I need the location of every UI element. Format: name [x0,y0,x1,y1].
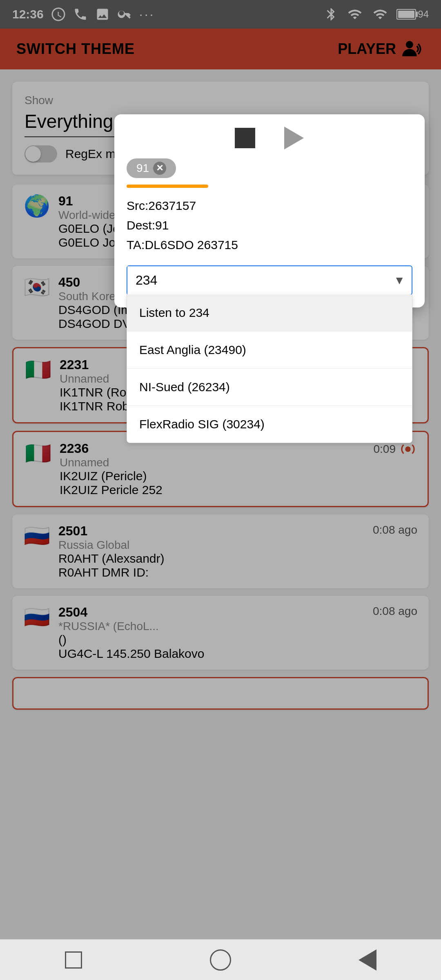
dropdown-item-listen[interactable]: Listen to 234 [127,294,412,332]
home-icon [65,951,82,969]
dropdown-item-ni-sued[interactable]: NI-Sued (26234) [127,369,412,406]
talkgroup-input-row[interactable]: ▼ Listen to 234 East Anglia (23490) NI-S… [127,265,412,295]
dropdown-item-flexradio[interactable]: FlexRadio SIG (30234) [127,406,412,443]
dropdown-list: Listen to 234 East Anglia (23490) NI-Sue… [127,294,412,443]
dest-line: Dest:91 [127,216,412,235]
nav-home-button[interactable] [57,944,90,976]
play-icon [284,127,304,149]
ta-line: TA:DL6SDO 263715 [127,235,412,255]
stop-icon [235,128,255,148]
dropdown-arrow[interactable]: ▼ [387,268,412,293]
nav-back-button[interactable] [351,944,384,976]
modal-info: Src:2637157 Dest:91 TA:DL6SDO 263715 [114,196,425,261]
back-icon [359,949,376,971]
player-modal: 91 ✕ Src:2637157 Dest:91 TA:DL6SDO 26371… [114,114,425,307]
tag-value: 91 [136,162,149,175]
stop-button[interactable] [233,126,257,150]
circle-icon [210,949,231,971]
dropdown-item-east-anglia[interactable]: East Anglia (23490) [127,332,412,369]
modal-progress-bar [127,185,208,188]
play-button[interactable] [282,126,306,150]
modal-controls [114,114,425,158]
talkgroup-input[interactable] [127,266,387,294]
tag-close-button[interactable]: ✕ [153,162,166,175]
talkgroup-tag: 91 ✕ [127,158,176,178]
src-line: Src:2637157 [127,196,412,216]
bottom-nav [0,939,441,980]
nav-circle-button[interactable] [204,944,237,976]
main-content: Show Everything RegEx m 🌍 91 World-wide … [0,69,441,755]
